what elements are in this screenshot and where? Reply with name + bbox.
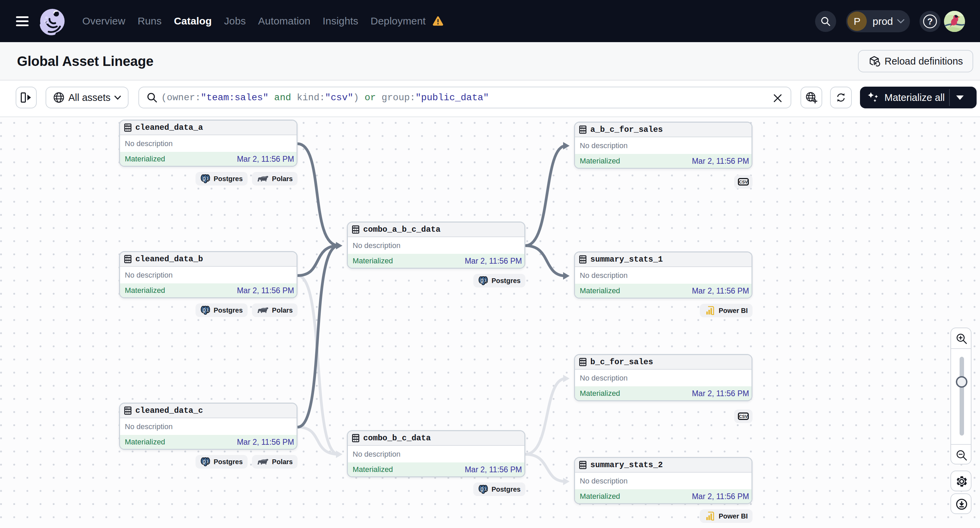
svg-text:?: ? [927, 16, 933, 27]
